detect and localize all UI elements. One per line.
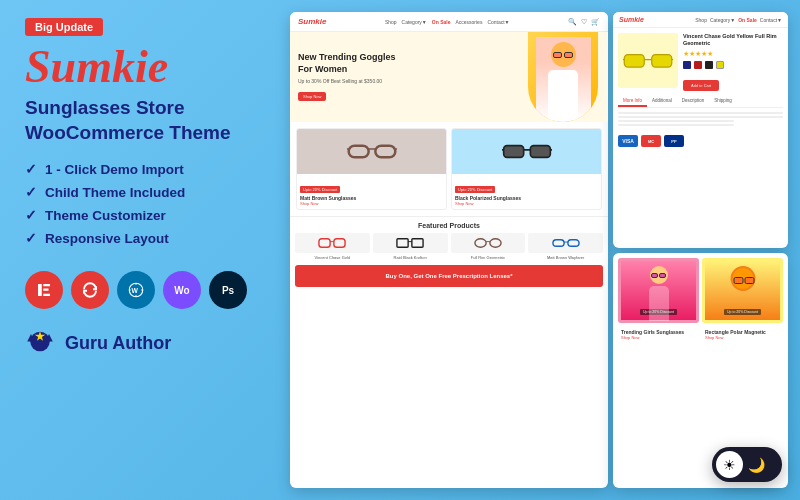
mock-hero-sub: Up to 30% Off Best Selling at $350.00 [298, 78, 398, 84]
mock-site-header: Sumkie Shop Category▼ On Sale Accessorie… [290, 12, 608, 32]
elementor-icon [25, 271, 63, 309]
right-panel: Sumkie Shop Category▼ On Sale Accessorie… [285, 0, 800, 500]
check-icon-2: ✓ [25, 184, 37, 200]
rt-stars: ★★★★★ [683, 50, 783, 58]
svg-rect-1 [43, 284, 50, 286]
mock-product-2-img [452, 129, 601, 174]
svg-rect-10 [348, 146, 368, 158]
mock-hero-text: New Trending Goggles For Women Up to 30%… [298, 52, 398, 101]
tagline-line2: WooCommerce Theme [25, 122, 231, 143]
mock-feat-item-2: Raid Black Krofton [373, 233, 448, 260]
svg-point-27 [490, 239, 501, 247]
rt-product-title: Vincent Chase Gold Yellow Full Rim Geome… [683, 33, 783, 47]
feature-text-3: Theme Customizer [45, 208, 166, 223]
rt-tab-more-info[interactable]: More Info [618, 96, 647, 107]
mock-feat-item-1: Vincent Chase Gold [295, 233, 370, 260]
rt-tab-additional[interactable]: Additional [647, 96, 677, 107]
rt-tab-shipping[interactable]: Shipping [709, 96, 737, 107]
feature-item-3: ✓ Theme Customizer [25, 207, 265, 223]
feature-text-2: Child Theme Included [45, 185, 185, 200]
mock-featured-title: Featured Products [295, 222, 603, 229]
rb-polar-img: Up to 20% Discount [702, 258, 783, 323]
svg-rect-33 [652, 55, 672, 68]
mock-product-1-info: Upto 20% Discount Matt Brown Sunglasses … [297, 174, 446, 209]
mock-promo-banner: Buy One, Get One Free Prescription Lense… [295, 265, 603, 287]
mock-site-logo: Sumkie [298, 17, 326, 26]
svg-rect-2 [43, 289, 48, 291]
rt-product-info: Vincent Chase Gold Yellow Full Rim Geome… [683, 33, 783, 91]
right-screenshots-col: Sumkie Shop Category▼ On Sale Contact▼ [613, 12, 788, 488]
mock-site-nav: Shop Category▼ On Sale Accessories Conta… [385, 19, 510, 25]
svg-rect-29 [553, 240, 564, 247]
rt-payment-icons: VISA MC PP [613, 132, 788, 150]
rt-product-tabs: More Info Additional Description Shippin… [618, 96, 783, 108]
mock-hero-image [528, 32, 598, 122]
guru-section: Guru Author [25, 325, 265, 361]
rb-trending-girls-img: Up to 20% Discount [618, 258, 699, 323]
svg-text:W: W [132, 287, 139, 294]
rt-logo: Sumkie [619, 16, 644, 23]
feature-item-4: ✓ Responsive Layout [25, 230, 265, 246]
woocommerce-icon: Wo [163, 271, 201, 309]
svg-rect-21 [334, 239, 345, 247]
svg-rect-23 [397, 239, 408, 247]
mock-featured-section: Featured Products Vincent Chase Gold [290, 216, 608, 265]
svg-rect-32 [624, 55, 644, 68]
feature-item-2: ✓ Child Theme Included [25, 184, 265, 200]
svg-rect-0 [38, 284, 42, 296]
svg-rect-20 [319, 239, 330, 247]
tagline: Sunglasses Store WooCommerce Theme [25, 96, 265, 145]
mock-feat-item-4: Matt Brown Wayfarer [528, 233, 603, 260]
mock-products-section: Upto 20% Discount Matt Brown Sunglasses … [290, 122, 608, 216]
dark-mode-toggle[interactable]: 🌙 [743, 451, 770, 478]
big-update-badge: Big Update [25, 18, 103, 36]
left-panel: Big Update Sumkie Sunglasses Store WooCo… [0, 0, 285, 500]
mock-product-1: Upto 20% Discount Matt Brown Sunglasses … [296, 128, 447, 210]
svg-rect-11 [375, 146, 395, 158]
mock-featured-products: Vincent Chase Gold Raid Black Krofton [295, 233, 603, 260]
brand-name: Sumkie [25, 44, 265, 90]
tagline-line1: Sunglasses Store [25, 97, 184, 118]
main-container: Big Update Sumkie Sunglasses Store WooCo… [0, 0, 800, 500]
theme-toggle[interactable]: ☀ 🌙 [712, 447, 782, 482]
rt-add-to-cart-btn[interactable]: Add to Cart [683, 80, 719, 91]
tech-icons: W Wo Ps [25, 271, 265, 309]
rb-col-left: Up to 20% Discount Trending Girls Sungla… [618, 258, 699, 484]
rt-tab-description[interactable]: Description [677, 96, 710, 107]
svg-rect-3 [43, 294, 50, 296]
rt-description-content [613, 108, 788, 132]
mock-hero-title: New Trending Goggles For Women [298, 52, 398, 75]
mock-hero-section: New Trending Goggles For Women Up to 30%… [290, 32, 608, 122]
svg-rect-30 [567, 240, 578, 247]
swatch-gold[interactable] [716, 61, 724, 69]
mock-shop-now-btn[interactable]: Shop Now [298, 92, 326, 101]
rt-header: Sumkie Shop Category▼ On Sale Contact▼ [613, 12, 788, 28]
features-list: ✓ 1 - Click Demo Import ✓ Child Theme In… [25, 161, 265, 253]
feature-text-4: Responsive Layout [45, 231, 169, 246]
swatch-black[interactable] [705, 61, 713, 69]
mock-product-1-img [297, 129, 446, 174]
moon-icon: 🌙 [748, 457, 765, 473]
rt-product-body: Vincent Chase Gold Yellow Full Rim Geome… [613, 28, 788, 96]
sun-icon: ☀ [723, 457, 736, 473]
mock-product-2-discount: Upto 20% Discount [455, 186, 495, 193]
mock-product-2-info: Upto 20% Discount Black Polarized Sungla… [452, 174, 601, 209]
product-detail-screenshot: Sumkie Shop Category▼ On Sale Contact▼ [613, 12, 788, 248]
rt-product-image [618, 33, 678, 88]
svg-rect-24 [412, 239, 423, 247]
mock-feat-item-3: Full Rim Geometric [451, 233, 526, 260]
check-icon-1: ✓ [25, 161, 37, 177]
svg-rect-15 [503, 146, 523, 158]
main-site-screenshot: Sumkie Shop Category▼ On Sale Accessorie… [290, 12, 608, 488]
light-mode-toggle[interactable]: ☀ [716, 451, 743, 478]
mock-site-actions: 🔍 ♡ 🛒 [568, 18, 600, 26]
mock-product-2: Upto 20% Discount Black Polarized Sungla… [451, 128, 602, 210]
mock-promo-text: Buy One, Get One Free Prescription Lense… [303, 273, 595, 279]
swatch-navy[interactable] [683, 61, 691, 69]
feature-item-1: ✓ 1 - Click Demo Import [25, 161, 265, 177]
svg-rect-16 [530, 146, 550, 158]
rb-col-left-info: Trending Girls Sunglasses Shop Now [618, 326, 699, 343]
rb-badge-2: Up to 20% Discount [724, 309, 761, 315]
svg-point-26 [475, 239, 486, 247]
swatch-red[interactable] [694, 61, 702, 69]
